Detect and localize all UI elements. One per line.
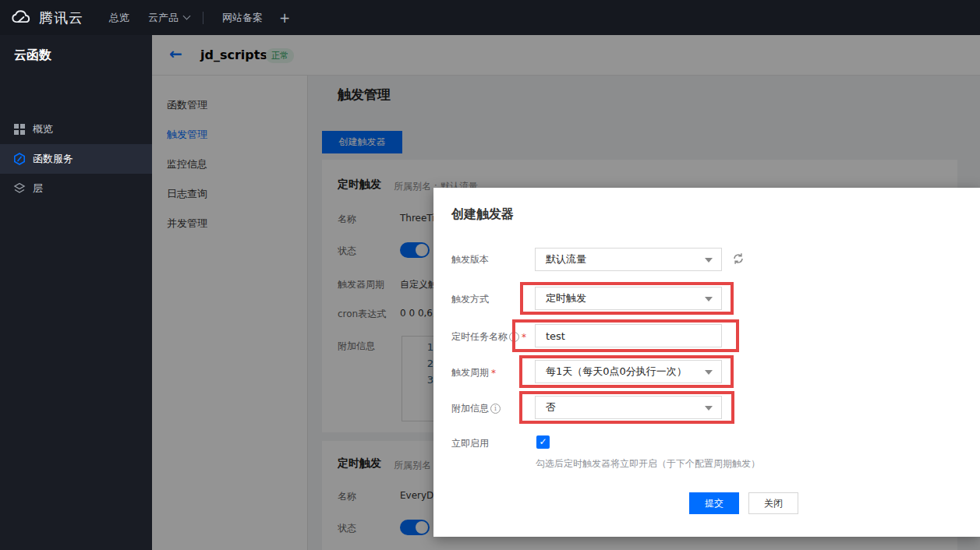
enable-now-hint: 勾选后定时触发器将立即开启（于下个配置周期触发） <box>536 457 760 471</box>
top-navbar: 腾讯云 总览 云产品 网站备案 + <box>0 0 980 35</box>
brand-label: 腾讯云 <box>39 9 83 27</box>
version-label: 触发版本 <box>451 253 489 266</box>
task-name-input[interactable] <box>535 324 722 347</box>
add-tab-button[interactable]: + <box>279 0 290 35</box>
extra-info-label: 附加信息i <box>451 402 501 415</box>
chevron-down-icon <box>705 406 713 411</box>
sidebar-title: 云函数 <box>14 48 51 64</box>
close-button[interactable]: 关闭 <box>748 492 798 514</box>
modal-title: 创建触发器 <box>451 206 514 223</box>
version-select[interactable]: 默认流量 <box>535 248 722 271</box>
cycle-select[interactable]: 每1天（每天0点0分执行一次） <box>535 360 722 383</box>
refresh-icon[interactable] <box>731 252 745 266</box>
sidebar-item-label: 层 <box>33 182 43 196</box>
cloud-logo-icon <box>11 7 32 28</box>
layers-icon <box>13 182 26 195</box>
chevron-down-icon <box>705 258 713 263</box>
cycle-label: 触发周期* <box>451 366 496 379</box>
method-select[interactable]: 定时触发 <box>535 287 722 310</box>
info-icon: i <box>490 404 501 414</box>
submit-button[interactable]: 提交 <box>689 492 739 514</box>
nav-beian[interactable]: 网站备案 <box>222 0 263 35</box>
sidebar-item-layers[interactable]: 层 <box>0 174 152 203</box>
sidebar-item-label: 函数服务 <box>33 152 73 166</box>
sidebar-item-function-service[interactable]: 函数服务 <box>0 144 152 174</box>
enable-now-checkbox[interactable]: ✓ <box>536 435 550 449</box>
chevron-down-icon <box>705 370 713 375</box>
method-label: 触发方式 <box>451 293 489 306</box>
info-icon: i <box>509 332 519 342</box>
grid-icon <box>13 123 26 136</box>
chevron-down-icon <box>183 12 191 20</box>
sidebar-item-label: 概览 <box>33 122 53 136</box>
chevron-down-icon <box>705 297 713 301</box>
product-sidebar: 云函数 概览 函数服务 层 <box>0 35 152 550</box>
nav-divider <box>203 12 203 24</box>
extra-info-select[interactable]: 否 <box>535 396 722 419</box>
create-trigger-modal: 创建触发器 触发版本 默认流量 触发方式 定时触发 定时任务名称i* 触发周期*… <box>433 188 980 537</box>
enable-now-label: 立即启用 <box>451 437 489 450</box>
function-hexagon-icon <box>13 153 26 165</box>
nav-overview[interactable]: 总览 <box>109 0 129 35</box>
nav-cloud-products[interactable]: 云产品 <box>148 0 189 35</box>
task-name-label: 定时任务名称i* <box>451 330 526 344</box>
check-icon: ✓ <box>539 436 547 447</box>
sidebar-item-overview[interactable]: 概览 <box>0 115 152 144</box>
tencent-cloud-brand[interactable]: 腾讯云 <box>11 0 83 35</box>
